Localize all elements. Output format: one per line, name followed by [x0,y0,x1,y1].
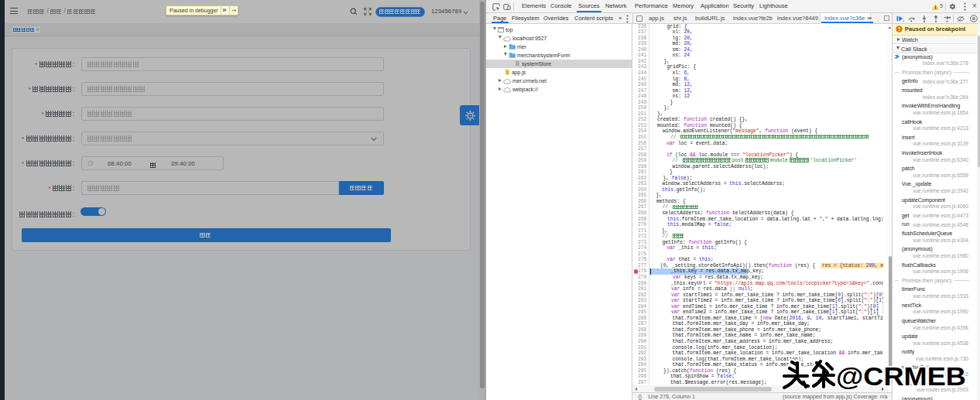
svg-text:@CRMEB: @CRMEB [836,361,966,391]
